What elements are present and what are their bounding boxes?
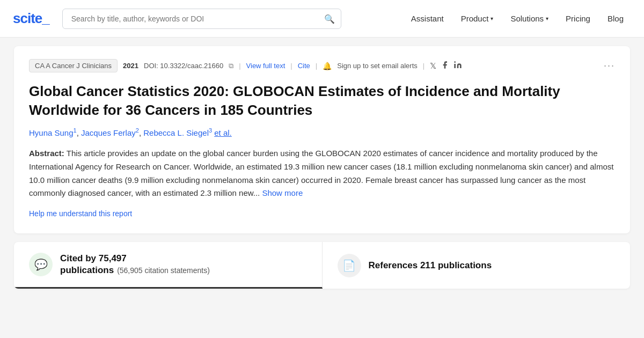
svg-point-0	[455, 61, 456, 63]
nav-blog[interactable]: Blog	[600, 10, 631, 27]
citation-statements: (56,905 citation statements)	[117, 266, 210, 275]
cited-by-icon: 💬	[29, 253, 53, 276]
cite-link[interactable]: Cite	[298, 62, 310, 70]
linkedin-icon[interactable]	[453, 61, 462, 71]
nav-assistant[interactable]: Assistant	[404, 10, 451, 27]
references-icon: 📄	[338, 254, 361, 277]
cited-by-sub: publications	[60, 264, 114, 276]
search-bar: 🔍	[62, 9, 341, 29]
main-nav: Assistant Product ▾ Solutions ▾ Pricing …	[404, 10, 631, 27]
more-options-button[interactable]: ···	[604, 60, 615, 71]
chevron-down-icon: ▾	[546, 16, 548, 21]
chevron-down-icon: ▾	[491, 16, 493, 21]
article-card: CA A Cancer J Clinicians 2021 DOI: 10.33…	[14, 46, 630, 233]
nav-solutions[interactable]: Solutions ▾	[503, 10, 556, 27]
nav-product[interactable]: Product ▾	[453, 10, 501, 27]
article-doi: DOI: 10.3322/caac.21660	[144, 62, 223, 70]
et-al-link[interactable]: et al.	[214, 128, 232, 137]
article-year: 2021	[123, 62, 138, 70]
bell-icon: 🔔	[323, 62, 332, 70]
help-link[interactable]: Help me understand this report	[29, 209, 132, 218]
twitter-icon[interactable]: 𝕏	[430, 61, 436, 71]
nav-pricing[interactable]: Pricing	[558, 10, 598, 27]
references-tab[interactable]: 📄 References 211 publications	[323, 242, 631, 289]
author-2[interactable]: Jacques Ferlay2	[81, 128, 139, 137]
abstract-text: Abstract: This article provides an updat…	[29, 147, 615, 200]
article-meta: CA A Cancer J Clinicians 2021 DOI: 10.33…	[29, 59, 615, 72]
facebook-icon[interactable]	[441, 61, 449, 71]
cited-by-tab[interactable]: 💬 Cited by 75,497 publications (56,905 c…	[14, 242, 323, 289]
alert-text: Sign up to set email alerts	[337, 62, 418, 70]
author-3[interactable]: Rebecca L. Siegel3	[143, 128, 212, 137]
social-icons: 𝕏	[430, 61, 462, 71]
cited-by-label: Cited by 75,497	[60, 253, 127, 264]
view-full-text-link[interactable]: View full text	[246, 62, 286, 70]
copy-icon[interactable]: ⧉	[229, 62, 233, 70]
journal-badge: CA A Cancer J Clinicians	[29, 59, 118, 72]
article-title: Global Cancer Statistics 2020: GLOBOCAN …	[29, 82, 615, 120]
search-input[interactable]	[62, 9, 341, 29]
cited-by-info: Cited by 75,497 publications (56,905 cit…	[60, 253, 210, 276]
logo[interactable]: scite_	[13, 10, 49, 27]
author-1[interactable]: Hyuna Sung1	[29, 128, 77, 137]
references-info: References 211 publications	[369, 260, 492, 271]
references-label: References 211 publications	[369, 260, 492, 270]
show-more-link[interactable]: Show more	[262, 188, 303, 197]
search-icon[interactable]: 🔍	[324, 13, 335, 24]
main-content: CA A Cancer J Clinicians 2021 DOI: 10.33…	[5, 38, 639, 297]
article-authors: Hyuna Sung1, Jacques Ferlay2, Rebecca L.…	[29, 127, 615, 137]
stats-bar: 💬 Cited by 75,497 publications (56,905 c…	[14, 242, 630, 289]
header: scite_ 🔍 Assistant Product ▾ Solutions ▾…	[0, 0, 644, 38]
